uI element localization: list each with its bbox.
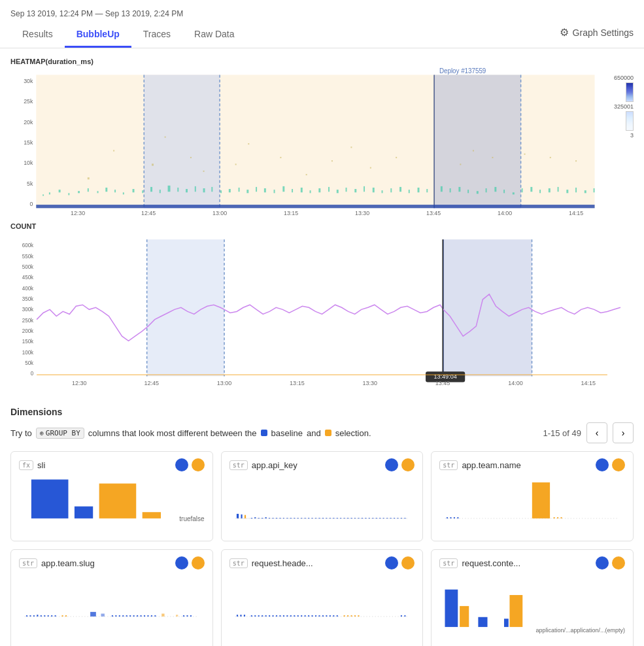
svg-rect-256	[326, 615, 327, 617]
svg-text:350k: 350k	[22, 296, 34, 302]
pagination-prev[interactable]: ‹	[586, 422, 607, 443]
svg-rect-94	[575, 188, 577, 192]
svg-text:14:15: 14:15	[581, 380, 596, 386]
desc-and: and	[307, 428, 321, 438]
svg-text:Deploy #137559: Deploy #137559	[439, 68, 486, 75]
svg-rect-40	[88, 188, 89, 192]
tab-rawdata[interactable]: Raw Data	[182, 22, 246, 48]
svg-text:550k: 550k	[22, 254, 34, 260]
heatmap-container[interactable]: 30k 25k 20k 15k 10k 5k 0 Deploy #137559	[10, 68, 634, 218]
svg-rect-223	[140, 615, 141, 617]
dim-card-header-team-name: str app.team.name	[439, 458, 625, 471]
svg-rect-61	[274, 190, 275, 193]
svg-rect-29	[460, 163, 461, 165]
svg-rect-244	[282, 615, 284, 617]
svg-rect-263	[347, 615, 348, 617]
svg-rect-197	[557, 517, 558, 518]
svg-rect-207	[55, 615, 56, 617]
svg-rect-235	[250, 615, 252, 617]
dim-type-badge-team-name: str	[439, 460, 458, 470]
tab-results[interactable]: Results	[10, 22, 65, 48]
dim-action-orange-request-header[interactable]	[401, 556, 415, 570]
svg-rect-66	[318, 188, 320, 192]
svg-rect-59	[256, 187, 257, 192]
svg-rect-220	[129, 615, 131, 617]
dim-action-orange-team-name[interactable]	[612, 458, 625, 471]
count-chart-container[interactable]: 600k 550k 500k 450k 400k 350k 300k 250k …	[10, 233, 634, 396]
svg-rect-91	[549, 188, 551, 192]
svg-rect-230	[190, 615, 192, 617]
svg-rect-233	[243, 615, 245, 617]
svg-rect-204	[44, 615, 45, 617]
svg-rect-180	[375, 518, 377, 518]
svg-rect-249	[301, 615, 302, 617]
svg-rect-49	[168, 186, 171, 192]
tab-traces[interactable]: Traces	[131, 22, 182, 48]
svg-rect-265	[354, 615, 356, 617]
svg-rect-156	[290, 518, 291, 518]
svg-rect-75	[399, 187, 401, 192]
svg-rect-218	[122, 615, 124, 617]
svg-text:300k: 300k	[22, 307, 34, 313]
svg-rect-209	[61, 615, 63, 617]
svg-rect-213	[161, 614, 164, 617]
svg-rect-206	[51, 615, 52, 617]
svg-rect-198	[561, 517, 562, 518]
svg-rect-45	[133, 189, 135, 192]
count-label: COUNT	[10, 222, 634, 230]
pagination: 1-15 of 49 ‹ ›	[543, 422, 634, 443]
svg-rect-8	[144, 75, 220, 208]
svg-rect-43	[114, 190, 116, 192]
svg-rect-239	[265, 615, 266, 617]
dim-card-header-request-content: str request.conte...	[439, 556, 625, 570]
svg-rect-142	[241, 515, 242, 518]
svg-text:12:45: 12:45	[141, 210, 156, 216]
svg-text:13:00: 13:00	[212, 210, 227, 216]
svg-rect-24	[306, 174, 307, 175]
svg-rect-95	[585, 190, 586, 193]
dim-action-blue-team-slug[interactable]	[175, 556, 188, 570]
graph-settings-label: Graph Settings	[573, 27, 634, 38]
dim-action-blue-team-name[interactable]	[596, 458, 609, 471]
dim-action-blue-request-content[interactable]	[596, 556, 609, 570]
dim-card-header-team-slug: str app.team.slug	[19, 556, 205, 570]
graph-settings-button[interactable]: ⚙ Graph Settings	[560, 26, 634, 44]
dim-action-blue-sli[interactable]	[175, 458, 188, 471]
svg-rect-86	[503, 190, 505, 193]
dim-action-orange-api-key[interactable]	[401, 458, 415, 471]
dim-action-blue-request-header[interactable]	[385, 556, 398, 570]
svg-rect-39	[78, 191, 80, 193]
svg-rect-83	[477, 191, 479, 194]
svg-text:500k: 500k	[22, 264, 34, 270]
pagination-next[interactable]: ›	[613, 422, 634, 443]
svg-rect-67	[328, 187, 330, 192]
svg-rect-190	[532, 483, 550, 518]
dim-actions-team-slug	[175, 556, 205, 570]
svg-rect-193	[454, 517, 455, 518]
tab-bubbleup[interactable]: BubbleUp	[65, 22, 131, 48]
svg-rect-247	[294, 615, 295, 617]
svg-rect-262	[343, 615, 345, 617]
dim-action-orange-team-slug[interactable]	[192, 556, 205, 570]
heatmap-svg: 30k 25k 20k 15k 10k 5k 0 Deploy #137559	[10, 68, 614, 218]
heatmap-section: HEATMAP(duration_ms) 30k 25k 20k 15k 10k…	[0, 52, 644, 218]
svg-rect-255	[322, 615, 323, 617]
dim-card-header-request-header: str request.heade...	[229, 556, 415, 570]
svg-text:12:30: 12:30	[72, 380, 87, 386]
dim-action-orange-sli[interactable]	[192, 458, 205, 471]
svg-rect-257	[329, 615, 330, 617]
svg-rect-62	[282, 186, 284, 192]
dim-chart-request-content: application/... application/... (empty)	[439, 575, 625, 646]
group-by-badge[interactable]: ⊕ GROUP BY	[36, 428, 84, 439]
dim-bar-label-true: true	[179, 515, 190, 522]
svg-text:20k: 20k	[24, 118, 33, 125]
dim-name-request-content: request.conte...	[462, 558, 592, 568]
svg-text:13:15: 13:15	[290, 380, 305, 386]
dim-action-orange-request-content[interactable]	[612, 556, 625, 570]
svg-rect-272	[504, 619, 509, 627]
svg-rect-252	[311, 615, 313, 617]
svg-rect-25	[331, 160, 333, 162]
svg-rect-202	[37, 615, 38, 617]
dim-action-blue-api-key[interactable]	[385, 458, 398, 471]
svg-rect-149	[265, 517, 266, 518]
